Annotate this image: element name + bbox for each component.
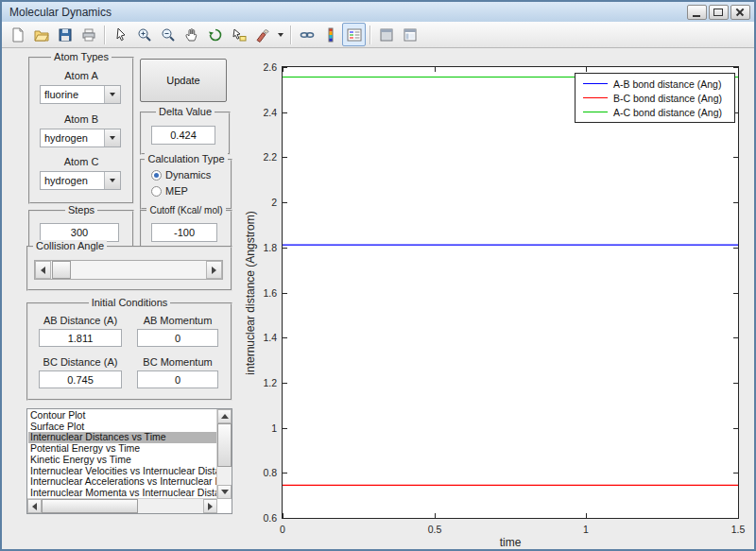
zoom-in-button[interactable] bbox=[132, 23, 156, 46]
atom-b-dropdown[interactable]: hydrogen bbox=[40, 129, 121, 147]
list-item[interactable]: Internuclear Velocities vs Internuclear … bbox=[28, 466, 216, 477]
legend-entry: B-C bond distance (Ang) bbox=[576, 91, 734, 105]
scroll-left-button[interactable] bbox=[27, 499, 42, 513]
pan-icon bbox=[184, 27, 199, 43]
steps-field[interactable] bbox=[40, 223, 119, 242]
minimize-button[interactable] bbox=[687, 5, 707, 20]
restore-button[interactable] bbox=[709, 5, 729, 20]
data-cursor-button[interactable] bbox=[227, 23, 250, 46]
radio-mep[interactable]: MEP bbox=[151, 185, 188, 197]
atom-a-dropdown[interactable]: fluorine bbox=[40, 85, 121, 104]
delta-value-panel: Delta Value bbox=[140, 112, 231, 155]
radio-selected-icon bbox=[151, 170, 162, 181]
bc-momentum-field[interactable] bbox=[137, 370, 218, 388]
bc-distance-field[interactable] bbox=[39, 370, 122, 388]
update-button[interactable]: Update bbox=[140, 59, 227, 102]
ab-momentum-field[interactable] bbox=[137, 329, 218, 347]
atom-a-label: Atom A bbox=[30, 70, 132, 81]
print-figure-icon bbox=[81, 27, 96, 43]
slider-track[interactable] bbox=[51, 261, 206, 279]
scroll-down-button[interactable] bbox=[217, 485, 232, 499]
legend-line-sample bbox=[583, 97, 608, 98]
save-figure-icon bbox=[58, 27, 73, 43]
print-figure-button[interactable] bbox=[77, 23, 100, 46]
slider-left-arrow[interactable] bbox=[35, 261, 51, 279]
list-item[interactable]: Surface Plot bbox=[28, 422, 216, 433]
open-file-icon bbox=[34, 27, 49, 43]
insert-colorbar-icon bbox=[323, 27, 338, 43]
radio-dynamics[interactable]: Dynamics bbox=[151, 169, 211, 181]
radio-mep-label: MEP bbox=[165, 185, 188, 197]
rotate-3d-icon bbox=[208, 27, 223, 43]
arrow-up-icon bbox=[221, 414, 229, 419]
title-bar[interactable]: Molecular Dynamics bbox=[2, 2, 754, 23]
listbox-items: Contour PlotSurface PlotInternuclear Dis… bbox=[28, 410, 216, 498]
atom-a-value: fluorine bbox=[41, 89, 104, 100]
scroll-up-button[interactable] bbox=[217, 409, 232, 423]
insert-legend-button[interactable] bbox=[342, 23, 366, 46]
legend-entry-label: A-B bond distance (Ang) bbox=[613, 78, 721, 90]
bc-momentum-label: BC Momentum bbox=[130, 356, 225, 368]
list-item[interactable]: Potential Energy vs Time bbox=[28, 443, 216, 455]
steps-title: Steps bbox=[65, 204, 97, 215]
rotate-3d-button[interactable] bbox=[203, 23, 227, 46]
legend-entry-label: B-C bond distance (Ang) bbox=[613, 93, 722, 104]
insert-colorbar-button[interactable] bbox=[318, 23, 342, 46]
brush-options-dropdown[interactable] bbox=[274, 23, 286, 46]
minimize-icon bbox=[693, 15, 700, 17]
atom-b-value: hydrogen bbox=[41, 132, 104, 144]
slider-thumb[interactable] bbox=[52, 261, 71, 279]
initial-conditions-title: Initial Conditions bbox=[89, 297, 171, 308]
pan-button[interactable] bbox=[180, 23, 203, 46]
new-figure-icon bbox=[10, 27, 26, 43]
collision-angle-title: Collision Angle bbox=[33, 240, 107, 251]
legend-line-sample bbox=[583, 83, 608, 84]
x-tick-label: 1.5 bbox=[717, 524, 756, 535]
arrow-left-icon bbox=[41, 267, 45, 274]
open-file-button[interactable] bbox=[29, 23, 53, 46]
listbox-horizontal-scrollbar[interactable] bbox=[27, 498, 217, 513]
list-item[interactable]: Kinetic Energy vs Time bbox=[28, 455, 216, 466]
horizontal-scroll-thumb[interactable] bbox=[42, 499, 138, 513]
legend-line-sample bbox=[583, 112, 608, 112]
cutoff-field[interactable] bbox=[151, 223, 217, 242]
edit-plot-button[interactable] bbox=[109, 23, 132, 46]
list-item[interactable]: Internuclear Momenta vs Internuclear Dis… bbox=[28, 488, 216, 498]
vertical-scroll-thumb[interactable] bbox=[217, 423, 232, 467]
y-tick-label: 2 bbox=[235, 197, 277, 208]
axes[interactable] bbox=[282, 66, 739, 519]
x-tick-label: 1 bbox=[565, 524, 607, 535]
list-item[interactable]: Internuclear Accelerations vs Internucle… bbox=[28, 476, 216, 488]
zoom-out-icon bbox=[161, 27, 176, 43]
hide-plot-tools-button[interactable] bbox=[374, 23, 398, 46]
plot-type-listbox[interactable]: Contour PlotSurface PlotInternuclear Dis… bbox=[26, 408, 232, 514]
collision-angle-slider[interactable] bbox=[34, 260, 223, 280]
link-plot-icon bbox=[300, 27, 315, 43]
list-item[interactable]: Contour Plot bbox=[28, 410, 216, 422]
close-button[interactable] bbox=[730, 5, 750, 20]
window-controls bbox=[687, 5, 750, 20]
link-plot-button[interactable] bbox=[295, 23, 318, 46]
x-axis-label: time bbox=[500, 536, 522, 549]
list-item[interactable]: Internuclear Distances vs Time bbox=[28, 432, 216, 443]
slider-right-arrow[interactable] bbox=[206, 261, 222, 279]
new-figure-button[interactable] bbox=[6, 23, 29, 46]
ab-distance-field[interactable] bbox=[39, 329, 122, 347]
hide-plot-tools-icon bbox=[379, 27, 394, 43]
restore-icon bbox=[713, 9, 723, 16]
x-tick-label: 0 bbox=[262, 524, 303, 535]
delta-value-field[interactable] bbox=[151, 126, 215, 145]
atom-c-dropdown[interactable]: hydrogen bbox=[40, 171, 121, 190]
save-figure-button[interactable] bbox=[53, 23, 77, 46]
chevron-down-icon bbox=[110, 136, 115, 140]
edit-plot-icon bbox=[113, 27, 129, 43]
legend-entry: A-B bond distance (Ang) bbox=[576, 77, 734, 91]
zoom-out-button[interactable] bbox=[156, 23, 180, 46]
legend[interactable]: A-B bond distance (Ang)B-C bond distance… bbox=[575, 73, 735, 123]
brush-data-button[interactable] bbox=[250, 23, 274, 46]
scroll-right-button[interactable] bbox=[203, 499, 217, 513]
listbox-vertical-scrollbar[interactable] bbox=[216, 409, 232, 499]
toolbar-separator bbox=[290, 26, 291, 44]
arrow-right-icon bbox=[212, 267, 216, 274]
show-plot-tools-button[interactable] bbox=[398, 23, 421, 46]
